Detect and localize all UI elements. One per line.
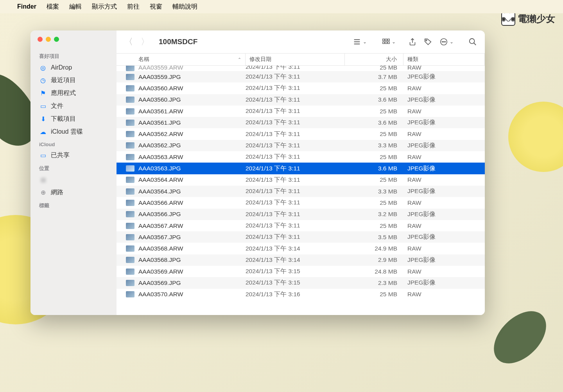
file-size: 3.6 MB xyxy=(345,96,403,103)
column-date[interactable]: 修改日期 xyxy=(246,54,345,65)
file-row[interactable]: AAA03569.ARW2024/1/13 下午 3:1524.8 MBRAW xyxy=(117,266,485,277)
file-row[interactable]: AAA03563.JPG2024/1/13 下午 3:113.6 MBJPEG影… xyxy=(117,163,485,174)
close-button[interactable] xyxy=(38,37,43,42)
finder-window: 喜好項目 ◎AirDrop◷最近項目⚑應用程式▭文件⬇下載項目☁iCloud 雲… xyxy=(30,30,485,315)
column-size[interactable]: 大小 xyxy=(345,54,403,65)
group-button[interactable]: ⌄ xyxy=(382,38,396,46)
file-name: AAA03566.ARW xyxy=(138,199,246,206)
file-list[interactable]: AAA03559.ARW2024/1/13 下午 3:1125 MBRAWAAA… xyxy=(117,66,485,315)
cloud-icon: ☁ xyxy=(39,128,47,136)
svg-point-13 xyxy=(445,41,446,42)
app-menu[interactable]: Finder xyxy=(17,3,36,10)
zoom-button[interactable] xyxy=(54,37,59,42)
file-size: 3.3 MB xyxy=(345,188,403,195)
file-kind: RAW xyxy=(403,131,485,138)
file-row[interactable]: AAA03559.JPG2024/1/13 下午 3:113.7 MBJPEG影… xyxy=(117,71,485,82)
file-date: 2024/1/13 下午 3:11 xyxy=(246,222,345,230)
file-kind: RAW xyxy=(403,268,485,275)
sidebar-item-cloud[interactable]: ☁iCloud 雲碟 xyxy=(30,125,117,138)
search-button[interactable] xyxy=(468,38,477,46)
file-name: AAA03561.ARW xyxy=(138,108,246,115)
svg-point-11 xyxy=(442,41,443,42)
tag-button[interactable] xyxy=(424,38,432,46)
file-date: 2024/1/13 下午 3:11 xyxy=(246,73,345,81)
back-button[interactable]: 〈 xyxy=(124,36,133,48)
view-list-button[interactable]: ⌄ xyxy=(353,38,367,46)
file-thumbnail-icon xyxy=(126,142,134,149)
file-name: AAA03567.ARW xyxy=(138,222,246,229)
file-row[interactable]: AAA03569.JPG2024/1/13 下午 3:152.3 MBJPEG影… xyxy=(117,277,485,288)
file-row[interactable]: AAA03567.ARW2024/1/13 下午 3:1125 MBRAW xyxy=(117,220,485,231)
forward-button[interactable]: 〉 xyxy=(141,36,149,48)
more-button[interactable]: ⌄ xyxy=(439,38,454,46)
watermark: ◉◡◉ 電獺少女 xyxy=(501,12,555,26)
sidebar-item-doc[interactable]: ▭文件 xyxy=(30,100,117,113)
file-name: AAA03562.JPG xyxy=(138,142,246,149)
globe-icon: ⊕ xyxy=(39,189,47,197)
file-row[interactable]: AAA03560.JPG2024/1/13 下午 3:113.6 MBJPEG影… xyxy=(117,94,485,106)
file-row[interactable]: AAA03562.JPG2024/1/13 下午 3:113.3 MBJPEG影… xyxy=(117,140,485,151)
file-row[interactable]: AAA03570.ARW2024/1/13 下午 3:1625 MBRAW xyxy=(117,289,485,300)
file-row[interactable]: AAA03566.JPG2024/1/13 下午 3:113.2 MBJPEG影… xyxy=(117,209,485,220)
menu-help[interactable]: 輔助說明 xyxy=(172,3,197,11)
file-kind: JPEG影像 xyxy=(403,279,485,287)
file-name: AAA03568.ARW xyxy=(138,245,246,252)
file-row[interactable]: AAA03564.ARW2024/1/13 下午 3:1125 MBRAW xyxy=(117,174,485,186)
menu-edit[interactable]: 編輯 xyxy=(69,3,82,11)
file-thumbnail-icon xyxy=(126,154,134,160)
file-date: 2024/1/13 下午 3:11 xyxy=(246,153,345,161)
file-row[interactable]: AAA03566.ARW2024/1/13 下午 3:1125 MBRAW xyxy=(117,197,485,208)
minimize-button[interactable] xyxy=(46,37,51,42)
file-row[interactable]: AAA03567.JPG2024/1/13 下午 3:113.5 MBJPEG影… xyxy=(117,231,485,243)
clock-icon: ◷ xyxy=(39,77,47,84)
sidebar-item-disk[interactable]: ⊟ xyxy=(30,174,117,186)
file-date: 2024/1/13 下午 3:11 xyxy=(246,187,345,195)
menu-view[interactable]: 顯示方式 xyxy=(92,3,117,11)
file-row[interactable]: AAA03562.ARW2024/1/13 下午 3:1125 MBRAW xyxy=(117,128,485,140)
file-size: 3.3 MB xyxy=(345,142,403,149)
file-thumbnail-icon xyxy=(126,120,134,126)
file-kind: JPEG影像 xyxy=(403,187,485,195)
sidebar-item-label: 網路 xyxy=(51,188,63,197)
sidebar-item-globe[interactable]: ⊕網路 xyxy=(30,186,117,199)
menu-go[interactable]: 前往 xyxy=(127,3,140,11)
file-kind: JPEG影像 xyxy=(403,118,485,127)
file-date: 2024/1/13 下午 3:11 xyxy=(246,233,345,241)
sidebar-item-airdrop[interactable]: ◎AirDrop xyxy=(30,61,117,74)
file-date: 2024/1/13 下午 3:14 xyxy=(246,245,345,253)
sidebar-item-download[interactable]: ⬇下載項目 xyxy=(30,113,117,125)
sidebar-item-clock[interactable]: ◷最近項目 xyxy=(30,74,117,87)
file-row[interactable]: AAA03564.JPG2024/1/13 下午 3:113.3 MBJPEG影… xyxy=(117,186,485,197)
file-thumbnail-icon xyxy=(126,257,134,263)
svg-point-9 xyxy=(426,40,427,41)
doc-icon: ▭ xyxy=(39,102,47,110)
file-size: 2.3 MB xyxy=(345,279,403,286)
file-thumbnail-icon xyxy=(126,245,134,252)
file-name: AAA03569.ARW xyxy=(138,268,246,275)
file-row[interactable]: AAA03563.ARW2024/1/13 下午 3:1125 MBRAW xyxy=(117,151,485,163)
file-name: AAA03559.ARW xyxy=(138,66,246,71)
airdrop-icon: ◎ xyxy=(39,64,47,72)
apps-icon: ⚑ xyxy=(39,89,47,97)
share-button[interactable] xyxy=(408,38,417,46)
file-row[interactable]: AAA03561.JPG2024/1/13 下午 3:113.6 MBJPEG影… xyxy=(117,117,485,128)
sort-ascending-icon: ⌃ xyxy=(238,57,241,62)
file-name: AAA03568.JPG xyxy=(138,256,246,263)
sidebar-item-apps[interactable]: ⚑應用程式 xyxy=(30,87,117,100)
file-name: AAA03567.JPG xyxy=(138,234,246,241)
column-name[interactable]: 名稱⌃ xyxy=(117,54,246,65)
shared-icon: ▭ xyxy=(39,152,47,159)
file-kind: JPEG影像 xyxy=(403,210,485,218)
bg-leaf xyxy=(484,301,556,373)
file-size: 25 MB xyxy=(345,291,403,298)
menu-window[interactable]: 視窗 xyxy=(150,3,162,11)
menu-file[interactable]: 檔案 xyxy=(47,3,59,11)
file-row[interactable]: AAA03568.ARW2024/1/13 下午 3:1424.9 MBRAW xyxy=(117,243,485,254)
file-row[interactable]: AAA03559.ARW2024/1/13 下午 3:1125 MBRAW xyxy=(117,66,485,71)
file-row[interactable]: AAA03561.ARW2024/1/13 下午 3:1125 MBRAW xyxy=(117,106,485,117)
file-row[interactable]: AAA03560.ARW2024/1/13 下午 3:1125 MBRAW xyxy=(117,82,485,94)
column-kind[interactable]: 種類 xyxy=(403,54,485,65)
file-size: 24.9 MB xyxy=(345,245,403,252)
sidebar-item-shared[interactable]: ▭已共享 xyxy=(30,149,117,162)
file-row[interactable]: AAA03568.JPG2024/1/13 下午 3:142.9 MBJPEG影… xyxy=(117,254,485,266)
